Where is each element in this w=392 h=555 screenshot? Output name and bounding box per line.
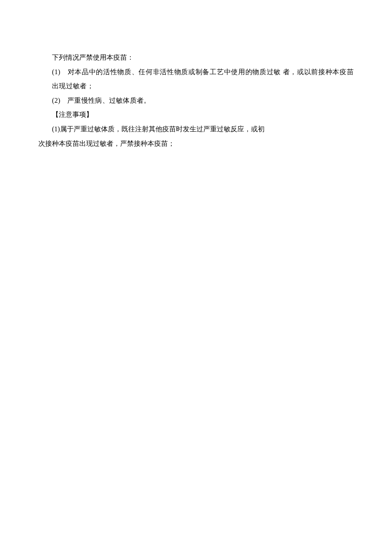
precautions-item-1-line-1: (1)属于严重过敏体质，既往注射其他疫苗时发生过严重过敏反应，或初: [38, 122, 354, 136]
precautions-item-1-line-1-text: (1)属于严重过敏体质，既往注射其他疫苗时发生过严重过敏反应，或初: [52, 125, 265, 133]
list-item-1: (1) 对本品中的活性物质、任何非活性物质或制备工艺中使用的物质过敏 者，或以前…: [38, 65, 354, 93]
precautions-header: 【注意事项】: [38, 107, 354, 122]
intro-text: 下列情况严禁使用本疫苗：: [52, 54, 134, 61]
list-item-2-text: (2) 严重慢性病、过敏体质者。: [52, 97, 151, 104]
intro-paragraph: 下列情况严禁使用本疫苗：: [38, 50, 354, 65]
list-item-1-text: (1) 对本品中的活性物质、任何非活性物质或制备工艺中使用的物质过敏 者，或以前…: [52, 68, 354, 90]
list-item-2: (2) 严重慢性病、过敏体质者。: [38, 93, 354, 108]
precautions-header-text: 【注意事项】: [52, 111, 93, 118]
precautions-item-1-line-2-text: 次接种本疫苗出现过敏者，严禁接种本疫苗；: [38, 140, 175, 147]
precautions-item-1-line-2: 次接种本疫苗出现过敏者，严禁接种本疫苗；: [38, 136, 354, 151]
